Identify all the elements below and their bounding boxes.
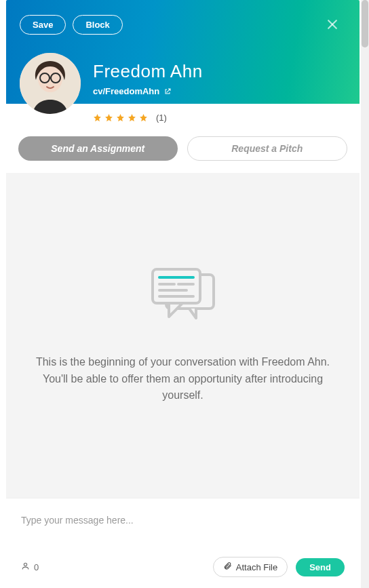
- avatar: [20, 53, 81, 114]
- profile-name: Freedom Ahn: [93, 61, 203, 82]
- message-input[interactable]: [21, 511, 345, 546]
- rating-count: (1): [156, 113, 167, 123]
- recipient-count-value: 0: [34, 562, 39, 572]
- send-assignment-button[interactable]: Send an Assignment: [18, 136, 178, 161]
- conversation-empty-text: This is the beginning of your conversati…: [33, 354, 332, 404]
- chat-icon: [146, 267, 220, 334]
- star-icon: [116, 113, 125, 122]
- svg-point-14: [24, 563, 26, 566]
- profile-header: Save Block: [6, 0, 360, 104]
- profile-handle[interactable]: cv/FreedomAhn: [93, 86, 159, 96]
- block-button[interactable]: Block: [73, 15, 122, 35]
- svg-rect-8: [153, 269, 200, 303]
- composer: [6, 498, 360, 553]
- star-icon: [104, 113, 113, 122]
- conversation-area: This is the beginning of your conversati…: [6, 173, 360, 498]
- recipient-count: 0: [21, 562, 39, 572]
- scrollbar-track[interactable]: [361, 0, 369, 588]
- star-icon: [139, 113, 148, 122]
- person-icon: [21, 562, 30, 572]
- star-icon: [128, 113, 136, 122]
- paperclip-icon: [223, 562, 232, 572]
- star-icon: [93, 113, 102, 122]
- request-pitch-button[interactable]: Request a Pitch: [187, 136, 348, 161]
- attach-file-button[interactable]: Attach File: [213, 557, 288, 577]
- save-button[interactable]: Save: [20, 15, 66, 35]
- close-icon[interactable]: [326, 18, 339, 31]
- scrollbar-thumb[interactable]: [362, 0, 368, 47]
- attach-file-label: Attach File: [236, 562, 277, 572]
- external-link-icon[interactable]: [163, 87, 172, 96]
- send-button[interactable]: Send: [296, 558, 345, 576]
